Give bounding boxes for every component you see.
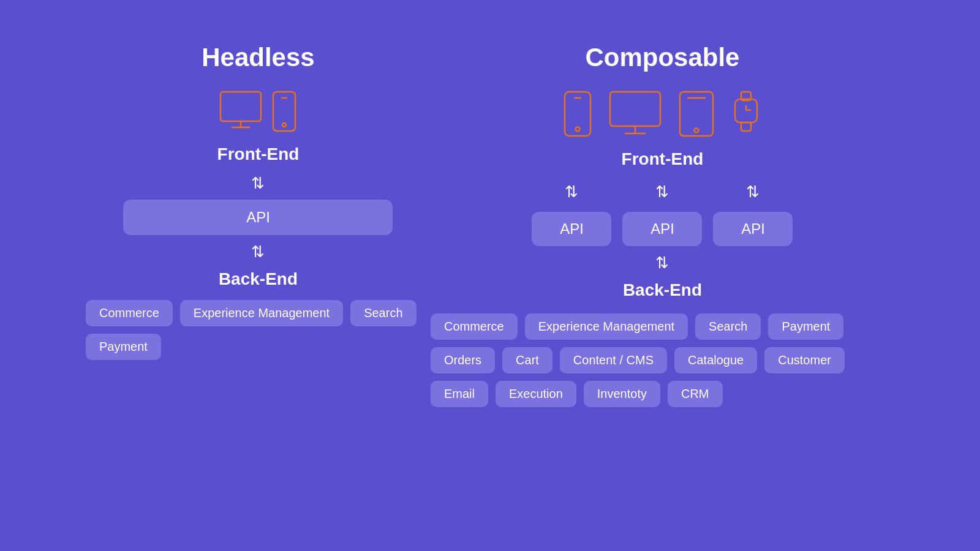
composable-title: Composable <box>585 43 739 72</box>
tag-inventory-c: Inventoty <box>584 381 660 407</box>
svg-rect-17 <box>741 122 751 131</box>
tag-exp-mgmt-h: Experience Management <box>180 300 343 326</box>
monitor-icon <box>218 89 267 133</box>
tablet-icon-c <box>677 89 715 138</box>
composable-tags: Commerce Experience Management Search Pa… <box>431 313 894 407</box>
composable-frontend-label: Front-End <box>622 149 704 169</box>
svg-point-8 <box>576 127 580 132</box>
headless-api-box: API <box>123 200 393 235</box>
tag-payment-h: Payment <box>86 334 161 360</box>
api-box-3: API <box>713 212 793 246</box>
arrow-top-3: ⇅ <box>713 184 793 200</box>
headless-arrow-down-2: ⇅ <box>251 244 265 260</box>
composable-arrow-down: ⇅ <box>655 255 669 271</box>
composable-device-icons <box>562 89 762 138</box>
api-box-2: API <box>622 212 702 246</box>
main-container: Headless Front-End ⇅ API ⇅ Back-End Comm… <box>61 24 919 527</box>
svg-rect-0 <box>221 92 261 121</box>
tag-content-cms-c: Content / CMS <box>560 347 667 373</box>
phone-icon <box>271 89 298 133</box>
phone-icon-c <box>562 89 593 138</box>
tag-search-h: Search <box>350 300 416 326</box>
svg-rect-9 <box>610 92 660 126</box>
composable-arrows-top: ⇅ ⇅ ⇅ <box>431 179 894 204</box>
monitor-icon-c <box>608 89 663 138</box>
watch-icon-c <box>730 89 762 138</box>
tag-exp-mgmt-c: Experience Management <box>525 313 688 340</box>
headless-backend-label: Back-End <box>219 269 298 289</box>
tag-orders-c: Orders <box>431 347 495 373</box>
headless-arrow-down-1: ⇅ <box>251 175 265 191</box>
composable-api-row: API API API <box>431 208 894 250</box>
composable-column: Composable <box>431 43 894 407</box>
tag-execution-c: Execution <box>496 381 576 407</box>
tag-catalogue-c: Catalogue <box>674 347 757 373</box>
svg-point-13 <box>695 129 699 133</box>
headless-column: Headless Front-End ⇅ API ⇅ Back-End Comm… <box>86 43 431 360</box>
tag-commerce-c: Commerce <box>431 313 518 340</box>
api-box-1: API <box>532 212 611 246</box>
arrow-top-2: ⇅ <box>622 184 702 200</box>
headless-frontend-label: Front-End <box>217 144 300 164</box>
tag-search-c: Search <box>695 313 761 340</box>
tag-email-c: Email <box>431 381 488 407</box>
tag-customer-c: Customer <box>764 347 845 373</box>
headless-device-icons <box>218 89 298 133</box>
tag-payment-c: Payment <box>768 313 843 340</box>
arrow-top-1: ⇅ <box>532 184 611 200</box>
composable-backend-label: Back-End <box>623 280 702 300</box>
tag-crm-c: CRM <box>668 381 723 407</box>
svg-point-5 <box>282 123 286 127</box>
headless-title: Headless <box>202 43 314 72</box>
tag-commerce-h: Commerce <box>86 300 173 326</box>
tag-cart-c: Cart <box>502 347 552 373</box>
headless-tags: Commerce Experience Management Search Pa… <box>86 300 431 360</box>
